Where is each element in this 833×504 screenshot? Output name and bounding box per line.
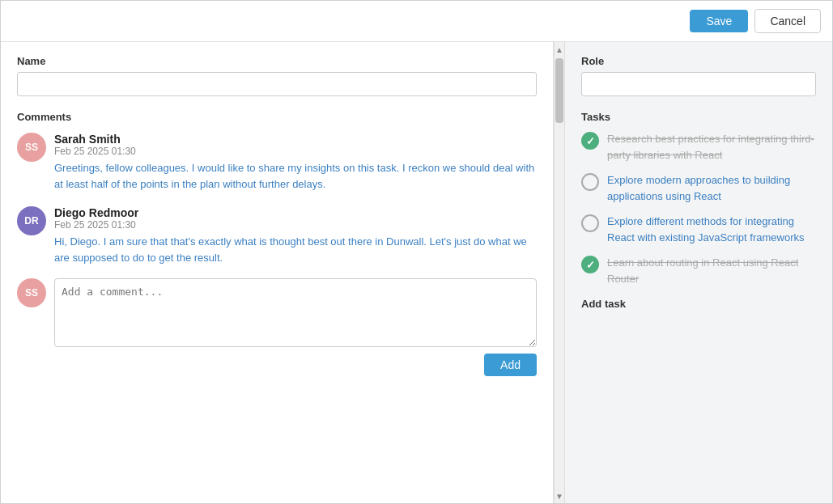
save-button[interactable]: Save — [690, 10, 748, 32]
add-comment-row: Add — [17, 354, 537, 376]
add-task-button[interactable]: Add task — [581, 298, 626, 310]
avatar: SS — [17, 133, 46, 162]
avatar: DR — [17, 206, 46, 235]
comment-author: Sarah Smith — [54, 133, 537, 146]
scroll-up-arrow[interactable]: ▲ — [555, 44, 564, 55]
comment-text: Greetings, fellow colleagues. I would li… — [54, 160, 537, 192]
comments-section-title: Comments — [17, 111, 537, 123]
cancel-button[interactable]: Cancel — [754, 9, 821, 33]
task-text: Explore modern approaches to building ap… — [607, 172, 816, 204]
role-input[interactable] — [581, 72, 816, 96]
task-text: Learn about routing in React using React… — [607, 255, 816, 286]
top-bar: Save Cancel — [1, 1, 832, 42]
task-checkbox[interactable] — [581, 132, 599, 150]
scroll-thumb[interactable] — [555, 58, 563, 123]
task-text: Research best practices for integrating … — [607, 131, 816, 163]
comment-input[interactable] — [54, 278, 537, 347]
left-panel: Name Comments SS Sarah Smith Feb 25 2025… — [1, 42, 554, 503]
current-user-avatar: SS — [17, 278, 46, 307]
name-label: Name — [17, 55, 537, 67]
scroll-down-arrow[interactable]: ▼ — [555, 490, 564, 502]
task-item: Learn about routing in React using React… — [581, 255, 816, 286]
page-container: Save Cancel Name Comments SS Sarah Smith… — [0, 0, 833, 504]
task-list: Research best practices for integrating … — [581, 131, 816, 286]
task-text: Explore different methods for integratin… — [607, 214, 816, 245]
add-comment-button[interactable]: Add — [484, 354, 537, 376]
comment-date: Feb 25 2025 01:30 — [54, 219, 537, 231]
tasks-section-title: Tasks — [581, 111, 816, 123]
comment-date: Feb 25 2025 01:30 — [54, 146, 537, 157]
right-panel: Role Tasks Research best practices for i… — [565, 42, 832, 503]
comment-item: SS Sarah Smith Feb 25 2025 01:30 Greetin… — [17, 133, 537, 192]
name-input[interactable] — [17, 72, 537, 96]
comment-input-area: SS — [17, 278, 537, 347]
task-checkbox[interactable] — [581, 173, 599, 191]
main-content: Name Comments SS Sarah Smith Feb 25 2025… — [1, 42, 832, 503]
comment-item: DR Diego Redmoor Feb 25 2025 01:30 Hi, D… — [17, 206, 537, 265]
scrollbar[interactable]: ▲ ▼ — [554, 42, 565, 503]
comment-body: Diego Redmoor Feb 25 2025 01:30 Hi, Dieg… — [54, 206, 537, 265]
role-label: Role — [581, 55, 816, 67]
task-item: Explore modern approaches to building ap… — [581, 172, 816, 204]
comment-body: Sarah Smith Feb 25 2025 01:30 Greetings,… — [54, 133, 537, 192]
task-checkbox[interactable] — [581, 214, 599, 232]
task-item: Explore different methods for integratin… — [581, 214, 816, 245]
comment-author: Diego Redmoor — [54, 206, 537, 219]
comment-text: Hi, Diego. I am sure that that's exactly… — [54, 234, 537, 265]
task-checkbox[interactable] — [581, 256, 599, 273]
task-item: Research best practices for integrating … — [581, 131, 816, 163]
comments-list: SS Sarah Smith Feb 25 2025 01:30 Greetin… — [17, 133, 537, 265]
